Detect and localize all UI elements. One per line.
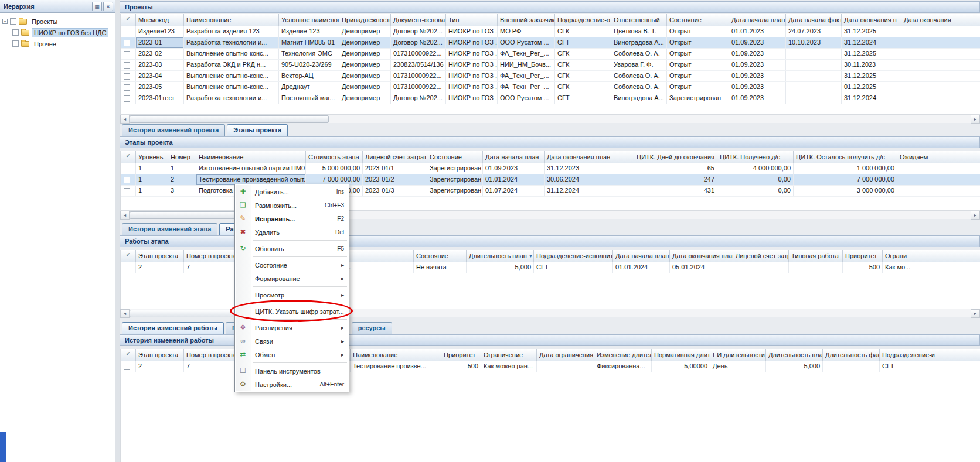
cell[interactable]	[786, 71, 842, 81]
row-checkbox[interactable]	[121, 174, 136, 185]
tree-item-niokr-goz[interactable]: НИОКР по ГОЗ без НДС	[0, 27, 115, 38]
column-header[interactable]: Принадлежность	[339, 14, 391, 26]
column-header[interactable]: Длительность фак	[823, 349, 880, 361]
cell[interactable]: Открыт	[667, 49, 729, 59]
cell[interactable]: 1	[168, 163, 196, 174]
cell[interactable]: 905-U020-23/269	[279, 60, 339, 70]
cell[interactable]: Договор №202...	[391, 26, 446, 37]
cell[interactable]: НИОКР по ГОЗ ...	[446, 37, 498, 48]
column-header[interactable]: Подразделение-от	[555, 14, 611, 26]
find-icon[interactable]: ▦	[92, 2, 102, 11]
row-checkbox[interactable]	[121, 93, 136, 104]
cell[interactable]: 2023-01/2	[363, 174, 427, 185]
cell[interactable]: Зарегистрирован	[427, 174, 483, 185]
row-checkbox[interactable]	[121, 361, 136, 372]
table-row[interactable]: Изделие123Разработка изделия 123Изделие-…	[121, 26, 980, 37]
cell[interactable]: Разработка изделия 123	[184, 26, 279, 37]
cell[interactable]	[897, 163, 980, 174]
column-header[interactable]: Лицевой счёт затр	[733, 250, 789, 262]
tab-stage-history[interactable]: История изменений этапа	[122, 223, 217, 235]
table-row[interactable]: 2023-01Разработка технологии и...Магнит …	[121, 37, 980, 49]
cell[interactable]: СГК	[555, 71, 611, 81]
column-header[interactable]: Этап проекта	[136, 250, 184, 262]
cell[interactable]: ФА_Техн_Рег_...	[498, 82, 555, 93]
cell[interactable]: Изделие123	[136, 26, 184, 37]
tab-work-history[interactable]: История изменений работы	[122, 322, 224, 334]
tab-project-stages[interactable]: Этапы проекта	[227, 124, 288, 136]
cell[interactable]: Выполнение опытно-конс...	[184, 71, 279, 81]
tree-checkbox[interactable]	[10, 18, 16, 25]
cell[interactable]: СГК	[555, 60, 611, 70]
menu-item-toolbar-panel[interactable]: ☐Панель инструментов	[235, 364, 349, 378]
cell[interactable]: Выполнение опытно-конс...	[184, 82, 279, 93]
cell[interactable]: Демопример	[339, 60, 391, 70]
cell[interactable]: Постоянный маг...	[279, 93, 339, 104]
column-header[interactable]: Дата ограничения	[537, 349, 594, 361]
cell[interactable]: СГТ	[534, 262, 613, 273]
cell[interactable]: 1	[136, 174, 168, 185]
cell[interactable]	[786, 82, 842, 93]
cell[interactable]: 01.01.2023	[729, 26, 786, 37]
column-header[interactable]: Внешний заказчик	[498, 14, 555, 26]
cell[interactable]: НИОКР по ГОЗ ...	[446, 93, 498, 104]
cell[interactable]: 017310000922...	[391, 49, 446, 59]
cell[interactable]: 2023-01/1	[363, 163, 427, 174]
tree-checkbox[interactable]	[12, 40, 19, 47]
row-checkbox[interactable]	[121, 163, 136, 174]
cell[interactable]: 31.12.2024	[842, 93, 901, 104]
cell[interactable]: 24.07.2023	[786, 26, 842, 37]
cell[interactable]	[537, 361, 594, 372]
column-header[interactable]: Уровень	[136, 151, 168, 163]
cell[interactable]: Как можно ран...	[481, 361, 537, 372]
cell[interactable]: 31.12.2023	[545, 163, 610, 174]
cell[interactable]: 0,00	[717, 186, 794, 196]
cell[interactable]: 2023-02	[136, 49, 184, 59]
row-checkbox[interactable]	[121, 60, 136, 70]
cell[interactable]: Магнит ПМ085-01	[279, 37, 339, 48]
cell[interactable]: Технология-ЭМС	[279, 49, 339, 59]
column-header[interactable]: Дата окончания п	[842, 14, 901, 26]
cell[interactable]: 31.12.2024	[545, 186, 610, 196]
cell[interactable]: Как мо...	[883, 262, 980, 273]
column-header[interactable]: Дата окончания план	[670, 250, 733, 262]
column-header[interactable]: Условное наименова	[279, 14, 339, 26]
cell[interactable]: Изделие-123	[279, 26, 339, 37]
column-header[interactable]: Документ-основан	[391, 14, 446, 26]
cell[interactable]: Не начата	[414, 262, 467, 273]
scroll-right-icon[interactable]: ►	[971, 115, 980, 124]
cell[interactable]: Разработка ЭКД и РКД н...	[184, 60, 279, 70]
cell[interactable]: 30.06.2024	[545, 174, 610, 185]
cell[interactable]: День	[710, 361, 766, 372]
cell[interactable]: НИИ_НМ_Бочв...	[498, 60, 555, 70]
cell[interactable]	[789, 262, 843, 273]
column-header[interactable]: Нормативная длит	[652, 349, 710, 361]
scroll-left-icon[interactable]: ◄	[120, 309, 130, 318]
menu-item-edit[interactable]: ✎Исправить...F2	[235, 212, 349, 225]
column-header[interactable]: Ответственный	[611, 14, 667, 26]
column-header[interactable]: Длительность план ▼	[467, 250, 534, 262]
cell[interactable]: Фиксированна...	[594, 361, 652, 372]
cell[interactable]: 500	[441, 361, 481, 372]
menu-item-formation[interactable]: Формирование▸	[235, 272, 349, 285]
column-header[interactable]: Изменение длител	[594, 349, 652, 361]
row-checkbox[interactable]	[121, 26, 136, 37]
cell[interactable]: 017310000922...	[391, 71, 446, 81]
cell[interactable]: 01.09.2023	[483, 163, 545, 174]
projects-hscrollbar[interactable]: ◄ ►	[120, 114, 980, 123]
cell[interactable]: Виноградова А...	[611, 93, 667, 104]
cell[interactable]	[897, 186, 980, 196]
tree-checkbox[interactable]	[12, 29, 19, 36]
tab-project-history[interactable]: История изменений проекта	[122, 124, 225, 136]
cell[interactable]: 01.12.2025	[842, 82, 901, 93]
table-row[interactable]: 2023-02Выполнение опытно-конс...Технолог…	[121, 49, 980, 60]
cell[interactable]: 2023-05	[136, 82, 184, 93]
select-all-icon[interactable]: ✔	[121, 349, 136, 361]
cell[interactable]: 4 000 000,00	[717, 163, 794, 174]
column-header[interactable]: Этап проекта	[136, 349, 184, 361]
column-header[interactable]: Стоимость этапа	[306, 151, 363, 163]
cell[interactable]: Открыт	[667, 60, 729, 70]
menu-item-settings[interactable]: ⚙Настройки...Alt+Enter	[235, 378, 349, 391]
menu-item-extensions[interactable]: ❖Расширения▸	[235, 321, 349, 334]
cell[interactable]: 01.09.2023	[729, 82, 786, 93]
table-row[interactable]: 2023-01тестРазработка технологии и...Пос…	[121, 93, 980, 104]
